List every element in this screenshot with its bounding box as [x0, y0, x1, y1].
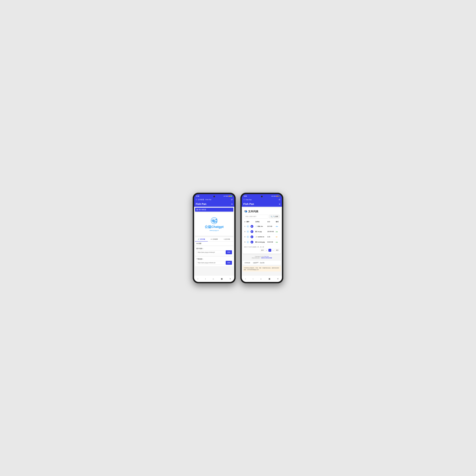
nav-recent-1[interactable]: ▣ [220, 277, 224, 281]
col-name: 文件名 [255, 220, 267, 224]
reload-icon-2[interactable]: ↺ [279, 198, 280, 201]
image-icon: 🖼 [196, 209, 198, 211]
friend-link-onetb[interactable]: OneTB [260, 262, 264, 264]
search-icon: 🔍 [271, 216, 272, 218]
reload-icon-1[interactable]: ↺ [231, 198, 233, 201]
col-size: 大小 [267, 220, 275, 224]
nav-recent-2[interactable]: ▣ [268, 277, 271, 281]
file-name-text: ceshitxt.txt [257, 236, 264, 238]
battery-badge-2: 67 [278, 195, 280, 197]
search-button[interactable]: 🔍 🔍 搜索 [269, 215, 280, 219]
logo-container: 公益Chatgpt www.ycyyy.cn [203, 215, 226, 234]
link-section-download: 下载链接： 复制 [195, 256, 233, 266]
svg-point-5 [213, 220, 213, 221]
friend-links: 友情链接： 公益GPT OneTB [243, 261, 281, 265]
page-first[interactable]: 首页 [260, 249, 265, 252]
file-name: 🖼 touxiang.jpg [255, 239, 267, 245]
nav-menu-1[interactable]: ≡ [229, 277, 232, 281]
nav-forward-2[interactable]: › [252, 277, 255, 281]
image-link-input[interactable] [196, 250, 225, 254]
file-size: 11 B [267, 234, 275, 239]
play-btn[interactable]: ▶ [251, 230, 253, 233]
file-format: jpg [275, 239, 280, 245]
disclaimer: 不得利用云存储发布、存储、淫秽、诈骗等违法信息。侵权/违法投诉 邮箱：30754… [243, 266, 281, 272]
nav-back-1[interactable]: ‹ [197, 277, 199, 281]
network-badge-1: 6G [230, 195, 232, 197]
file-actions: ⬇ | ▶ [246, 229, 255, 234]
manage-section: ⚙ 管理 [195, 242, 233, 246]
svg-point-6 [213, 221, 216, 223]
play-btn[interactable]: ▶ [251, 241, 253, 243]
page-last[interactable]: 尾页 [275, 249, 280, 252]
file-name: 🖼 1so.jpg [255, 229, 267, 234]
friend-links-label: 友情链接： [244, 262, 252, 264]
search-input[interactable] [244, 215, 268, 219]
nav-back-2[interactable]: ‹ [244, 277, 247, 281]
image-viewer-header: 🖼 图片查看器 [195, 208, 233, 212]
content-area-2: 📬 文件列表 🔍 🔍 搜索 # 操作 [242, 207, 282, 275]
phone-1: 9:56 1.97 KB/s 📶 6G 🛡 文件查看 - Fish Pan ↺ … [193, 193, 236, 283]
file-size: 126.59 KB [267, 229, 275, 234]
app-header-2: 🛡 Fish Pan ↺ [242, 198, 282, 202]
front-camera [213, 196, 215, 197]
download-btn[interactable]: ⬇ [246, 241, 249, 243]
hamburger-menu-2[interactable]: ≡ [279, 203, 280, 205]
file-name: 📄 模板.doc [255, 224, 267, 229]
status-icons-1: 1.97 KB/s 📶 6G [223, 195, 232, 197]
friend-link-gpt[interactable]: 公益GPT [253, 262, 258, 264]
app-subtitle-2: Fish Pan [246, 199, 252, 201]
image-link-label: 图片链接： [196, 248, 232, 250]
phone-2: 9:54 5.93 KB/s 📶 67 🛡 Fish Pan ↺ Fish Pa… [240, 193, 283, 283]
col-format: 格式 [275, 220, 280, 224]
page-current[interactable]: 1 [269, 249, 271, 252]
file-id: 2 [244, 229, 246, 234]
pagination-buttons: 首页 « 1 » 尾页 [244, 249, 280, 252]
status-time-2: 9:54 [244, 195, 247, 197]
content-area-1: 🖼 图片查看器 [194, 207, 234, 275]
page-prev[interactable]: « [265, 249, 268, 252]
play-btn[interactable]: ▶ [251, 236, 253, 238]
copy-image-link-button[interactable]: 复制 [226, 250, 232, 254]
file-type-icon: 🖼 [255, 231, 257, 232]
tab-code-call[interactable]: </> 代码调用 [208, 237, 221, 241]
wifi-icon-2: 📶 [276, 196, 278, 197]
status-icons-2: 5.93 KB/s 📶 67 [271, 195, 280, 197]
copy-download-link-button[interactable]: 复制 [226, 261, 232, 265]
file-format: doc [275, 224, 280, 229]
tabs-container: 🔗 文件外链 </> 代码调用 ℹ 文件详情 [195, 237, 233, 242]
uptime-value: 108天9小时54分50秒 [261, 257, 272, 258]
footer-section: Copyright © 2024 Fish Pan 本站已安全运行：108天9小… [242, 255, 282, 260]
image-display: 公益Chatgpt www.ycyyy.cn [195, 213, 233, 236]
play-btn[interactable]: ▶ [251, 225, 253, 228]
nav-menu-2[interactable]: ≡ [276, 277, 279, 281]
download-btn[interactable]: ⬇ [246, 230, 249, 233]
hamburger-menu-1[interactable]: ≡ [231, 203, 233, 205]
bottom-nav-2: ‹ › ⌂ ▣ ≡ [242, 275, 282, 282]
bottom-nav-1: ‹ › ⌂ ▣ ≡ [194, 275, 234, 282]
download-btn[interactable]: ⬇ [246, 225, 249, 228]
download-btn[interactable]: ⬇ [246, 236, 249, 238]
nav-home-1[interactable]: ⌂ [212, 277, 215, 281]
file-list-title: 📬 文件列表 [244, 210, 280, 213]
page-next[interactable]: » [272, 249, 274, 252]
download-link-input[interactable] [196, 261, 225, 265]
download-link-label: 下载链接： [196, 258, 232, 260]
file-size: 44.83 KB [267, 239, 275, 245]
file-actions: ⬇ | ▶ [246, 234, 255, 239]
table-row: 2 ⬇ | ▶ 🖼 1so.jpg 126.59 KB jpg [244, 229, 280, 234]
logo-text-cn: 公益Chatgpt [205, 225, 224, 229]
file-format: jpg [275, 229, 280, 234]
file-name-text: 模板.doc [257, 225, 263, 227]
nav-home-2[interactable]: ⌂ [259, 277, 263, 281]
tab-file-detail[interactable]: ℹ 文件详情 [221, 237, 233, 241]
tab-file-link[interactable]: 🔗 文件外链 [195, 237, 208, 241]
file-actions: ⬇ | ▶ [246, 239, 255, 245]
table-row: 3 ⬇ | ▶ 📝 ceshitxt.txt 11 B txt [244, 234, 280, 239]
file-type-icon: 📝 [255, 236, 257, 238]
file-format: txt [275, 234, 280, 239]
footer-uptime: 本站已安全运行：108天9小时54分50秒 [243, 257, 281, 259]
app-header-left-2: 🛡 Fish Pan [243, 199, 252, 201]
app-subtitle-1: 文件查看 - Fish Pan [198, 199, 211, 201]
manage-label: ⚙ 管理 [196, 242, 201, 245]
nav-forward-1[interactable]: › [204, 277, 207, 281]
